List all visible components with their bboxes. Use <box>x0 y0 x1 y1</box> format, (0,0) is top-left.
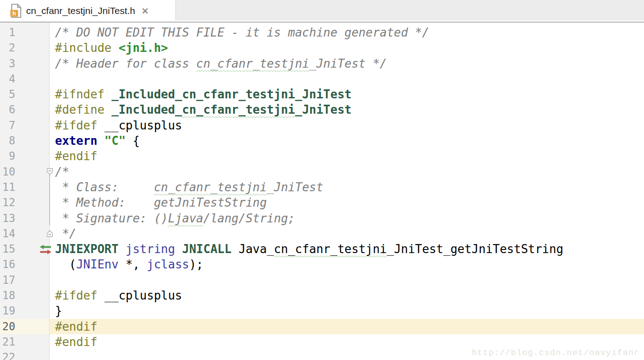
gutter-icon-area <box>18 288 50 303</box>
line-number[interactable]: 15 <box>0 241 18 257</box>
gutter-icon-area <box>18 319 50 334</box>
line-number[interactable]: 6 <box>0 102 18 117</box>
code-text[interactable]: /* Header for class cn_cfanr_testjni_Jni… <box>50 56 644 71</box>
gutter-icon-area <box>18 102 50 117</box>
code-text[interactable]: * Signature: ()Ljava/lang/String; <box>50 211 644 226</box>
ide-window: h cn_cfanr_testjni_JniTest.h ✕ 1/* DO NO… <box>0 0 644 360</box>
code-text[interactable] <box>50 71 644 87</box>
code-text[interactable]: /* DO NOT EDIT THIS FILE - it is machine… <box>50 25 644 40</box>
code-token: ( <box>55 258 76 271</box>
code-line: 4 <box>0 71 644 87</box>
line-number[interactable]: 1 <box>0 25 18 40</box>
gutter-icon-area <box>18 87 50 102</box>
code-text[interactable]: (JNIEnv *, jclass); <box>50 257 644 272</box>
gutter-icon-area <box>18 71 50 87</box>
code-token: extern <box>55 134 105 148</box>
code-line: 3/* Header for class cn_cfanr_testjni_Jn… <box>0 56 644 71</box>
line-number[interactable]: 14 <box>0 226 18 241</box>
code-editor[interactable]: 1/* DO NOT EDIT THIS FILE - it is machin… <box>0 23 644 360</box>
code-token: "C" <box>105 134 126 148</box>
gutter-icon-area <box>18 226 50 241</box>
code-token: #ifndef <box>55 88 111 101</box>
code-text[interactable]: * Class: cn_cfanr_testjni_JniTest <box>50 180 644 195</box>
code-text[interactable]: #ifdef __cplusplus <box>50 118 644 133</box>
code-token: #ifdef <box>55 119 105 132</box>
jni-native-method-arrows-icon[interactable] <box>39 244 52 260</box>
code-line: 9#endif <box>0 148 644 164</box>
code-token: _JniTest <box>267 180 323 194</box>
code-text[interactable]: #include <jni.h> <box>50 40 644 55</box>
code-token: } <box>55 304 62 318</box>
line-number[interactable]: 4 <box>0 71 18 87</box>
gutter-icon-area <box>18 40 50 55</box>
line-number[interactable]: 17 <box>0 272 18 288</box>
code-token: #endif <box>55 149 97 163</box>
code-text[interactable]: */ <box>50 226 644 241</box>
line-number[interactable]: 19 <box>0 303 18 318</box>
gutter-icon-area <box>18 25 50 40</box>
code-text[interactable]: extern "C" { <box>50 133 644 148</box>
code-token: *, <box>119 258 147 271</box>
code-text[interactable]: /* <box>50 164 644 180</box>
code-token: __cplusplus <box>105 119 182 132</box>
fold-collapse-start-icon[interactable] <box>46 166 53 181</box>
code-token: _JniTest_getJniTestString <box>387 242 563 256</box>
gutter-icon-area <box>18 180 50 195</box>
watermark-text: http://blog.csdn.net/navyifanr <box>472 348 639 358</box>
header-file-icon: h <box>10 4 23 18</box>
close-icon[interactable]: ✕ <box>142 6 149 16</box>
code-token: Java_ <box>239 242 274 256</box>
code-token: #ifdef <box>55 289 105 302</box>
code-text[interactable] <box>50 272 644 288</box>
code-token: JNICALL <box>182 242 239 256</box>
code-token: cn_cfanr_testjni <box>182 103 295 116</box>
code-line: 8extern "C" { <box>0 133 644 148</box>
tab-header-file[interactable]: h cn_cfanr_testjni_JniTest.h ✕ <box>0 0 175 22</box>
code-token: */ <box>55 227 76 240</box>
line-number[interactable]: 7 <box>0 118 18 133</box>
line-number[interactable]: 11 <box>0 180 18 195</box>
code-line-current: 20#endif <box>0 319 644 334</box>
line-number[interactable]: 2 <box>0 40 18 55</box>
code-token: * Signature: () <box>55 212 168 225</box>
code-token: #endif <box>55 320 97 333</box>
code-line: 18#ifdef __cplusplus <box>0 288 644 303</box>
code-token: jclass <box>147 258 189 271</box>
code-token: jstring <box>126 242 182 256</box>
fold-collapse-end-icon[interactable] <box>46 227 53 243</box>
tab-title: cn_cfanr_testjni_JniTest.h <box>26 5 135 16</box>
line-number[interactable]: 16 <box>0 257 18 272</box>
code-line: 13 * Signature: ()Ljava/lang/String; <box>0 211 644 226</box>
line-number[interactable]: 20 <box>0 319 18 334</box>
code-token: { <box>126 134 140 148</box>
line-number[interactable]: 22 <box>0 350 18 360</box>
code-line: 12 * Method: getJniTestString <box>0 195 644 210</box>
gutter-icon-area <box>18 211 50 226</box>
gutter-icon-area <box>18 272 50 288</box>
code-line: 16 (JNIEnv *, jclass); <box>0 257 644 272</box>
tab-bar-empty-area <box>175 0 644 20</box>
code-line: 19} <box>0 303 644 318</box>
code-text[interactable]: #endif <box>50 148 644 164</box>
line-number[interactable]: 21 <box>0 334 18 350</box>
code-text[interactable]: } <box>50 303 644 318</box>
line-number[interactable]: 10 <box>0 164 18 180</box>
line-number[interactable]: 13 <box>0 211 18 226</box>
code-line: 5#ifndef _Included_cn_cfanr_testjni_JniT… <box>0 87 644 102</box>
code-token: * Method: getJniTestString <box>55 196 267 209</box>
code-text[interactable]: #ifdef __cplusplus <box>50 288 644 303</box>
code-text[interactable]: JNIEXPORT jstring JNICALL Java_cn_cfanr_… <box>50 241 644 257</box>
line-number[interactable]: 9 <box>0 148 18 164</box>
code-line: 11 * Class: cn_cfanr_testjni_JniTest <box>0 180 644 195</box>
line-number[interactable]: 3 <box>0 56 18 71</box>
code-text[interactable]: * Method: getJniTestString <box>50 195 644 210</box>
line-number[interactable]: 12 <box>0 195 18 210</box>
code-text[interactable]: #define _Included_cn_cfanr_testjni_JniTe… <box>50 102 644 117</box>
code-text[interactable]: #endif <box>50 319 644 334</box>
line-number[interactable]: 8 <box>0 133 18 148</box>
line-number[interactable]: 18 <box>0 288 18 303</box>
code-line: 17 <box>0 272 644 288</box>
gutter-icon-area <box>18 133 50 148</box>
line-number[interactable]: 5 <box>0 87 18 102</box>
code-text[interactable]: #ifndef _Included_cn_cfanr_testjni_JniTe… <box>50 87 644 102</box>
